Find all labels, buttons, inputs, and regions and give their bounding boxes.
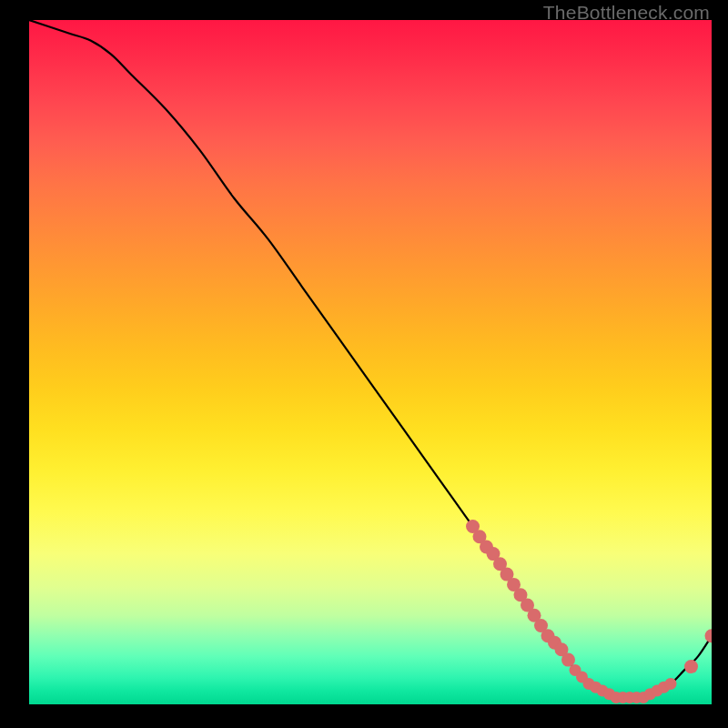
chart-svg	[29, 20, 712, 704]
datapoint	[665, 678, 677, 690]
datapoint	[705, 629, 713, 642]
datapoint	[684, 660, 698, 673]
bottleneck-curve-path	[29, 20, 712, 698]
datapoints-group	[466, 520, 712, 703]
chart-plot-area	[29, 20, 712, 704]
watermark-text: TheBottleneck.com	[543, 2, 710, 24]
